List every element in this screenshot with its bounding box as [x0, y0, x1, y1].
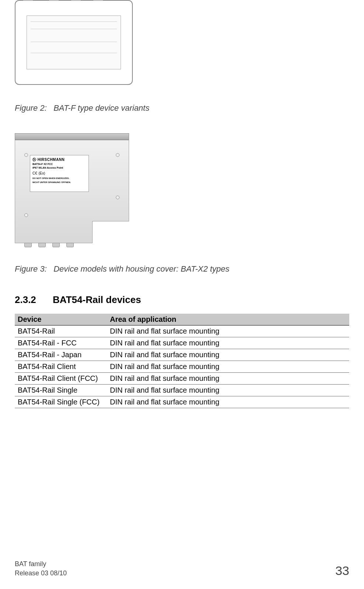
cell-device: BAT54-Rail Client: [15, 361, 107, 373]
table-header-row: Device Area of application: [15, 314, 349, 326]
label-warning-1: DO NOT OPEN WHEN ENERGIZED.: [32, 177, 86, 180]
figure-2-caption: Figure 2: BAT-F type device variants: [15, 103, 349, 113]
cell-device: BAT54-Rail Single: [15, 385, 107, 396]
cell-device: BAT54-Rail - FCC: [15, 337, 107, 349]
footer-line2: Release 03 08/10: [15, 569, 67, 578]
device-illustration-bat-f: [15, 0, 136, 96]
table-row: BAT54-Rail Single (FCC) DIN rail and fla…: [15, 396, 349, 408]
table-row: BAT54-Rail Client DIN rail and flat surf…: [15, 361, 349, 373]
cell-device: BAT54-Rail: [15, 326, 107, 337]
cell-area: DIN rail and flat surface mounting: [107, 349, 349, 361]
figure-3-prefix: Figure 3:: [15, 264, 47, 273]
table-row: BAT54-Rail Client (FCC) DIN rail and fla…: [15, 373, 349, 385]
label-model-2: IP67 WLAN Access Point: [32, 166, 86, 169]
cell-area: DIN rail and flat surface mounting: [107, 337, 349, 349]
footer-line1: BAT family: [15, 559, 67, 569]
table-row: BAT54-Rail - Japan DIN rail and flat sur…: [15, 349, 349, 361]
figure-2-text: BAT-F type device variants: [53, 103, 149, 113]
figure-2-image: [15, 0, 349, 96]
figure-3-image: ⓗ HIRSCHMANN BAT54-F X2 FCC IP67 WLAN Ac…: [15, 133, 349, 255]
figure-3-caption: Figure 3: Device models with housing cov…: [15, 264, 349, 274]
footer-left: BAT family Release 03 08/10: [15, 559, 67, 578]
cell-area: DIN rail and flat surface mounting: [107, 373, 349, 385]
ce-ex-icons: C€ ⟨Ex⟩: [32, 171, 86, 176]
page-number: 33: [335, 564, 349, 578]
cell-area: DIN rail and flat surface mounting: [107, 361, 349, 373]
device-illustration-bat-x2: ⓗ HIRSCHMANN BAT54-F X2 FCC IP67 WLAN Ac…: [15, 133, 136, 255]
figure-2-prefix: Figure 2:: [15, 103, 47, 113]
table-row: BAT54-Rail - FCC DIN rail and flat surfa…: [15, 337, 349, 349]
cell-area: DIN rail and flat surface mounting: [107, 396, 349, 408]
section-number: 2.3.2: [15, 294, 36, 306]
page-footer: BAT family Release 03 08/10 33: [15, 559, 349, 578]
section-title: BAT54-Rail devices: [53, 294, 141, 305]
device-table: Device Area of application BAT54-Rail DI…: [15, 314, 349, 408]
table-row: BAT54-Rail Single DIN rail and flat surf…: [15, 385, 349, 396]
device-label-panel: ⓗ HIRSCHMANN BAT54-F X2 FCC IP67 WLAN Ac…: [30, 155, 89, 192]
table-header-area: Area of application: [107, 314, 349, 326]
label-warning-2: NICHT UNTER SPANNUNG ÖFFNEN.: [32, 181, 86, 184]
cell-area: DIN rail and flat surface mounting: [107, 385, 349, 396]
table-header-device: Device: [15, 314, 107, 326]
cell-device: BAT54-Rail Single (FCC): [15, 396, 107, 408]
cell-device: BAT54-Rail Client (FCC): [15, 373, 107, 385]
cell-device: BAT54-Rail - Japan: [15, 349, 107, 361]
table-row: BAT54-Rail DIN rail and flat surface mou…: [15, 326, 349, 337]
label-brand: HIRSCHMANN: [38, 158, 65, 162]
figure-3-text: Device models with housing cover: BAT-X2…: [53, 264, 229, 273]
cell-area: DIN rail and flat surface mounting: [107, 326, 349, 337]
label-model-1: BAT54-F X2 FCC: [32, 163, 86, 166]
section-heading: 2.3.2 BAT54-Rail devices: [15, 294, 349, 306]
